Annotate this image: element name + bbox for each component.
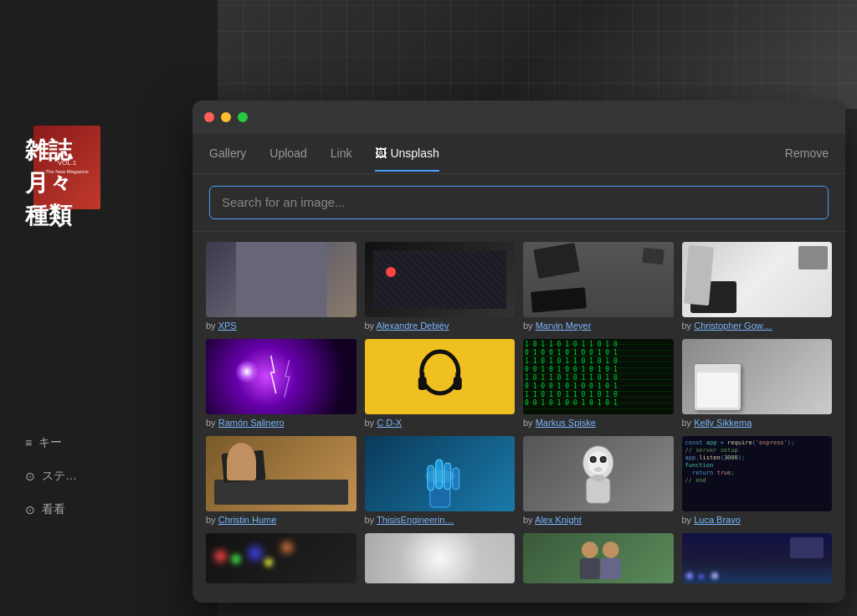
tab-link[interactable]: Link <box>331 135 352 172</box>
svg-point-0 <box>421 352 458 393</box>
search-section <box>192 174 845 232</box>
image-cell-7[interactable]: 1 0 1 1 0 1 0 1 1 0 1 0 0 1 0 0 1 0 1 0 … <box>523 339 674 428</box>
image-cell-6[interactable]: by C D-X <box>365 339 516 428</box>
image-cell-8[interactable]: by Kelly Sikkema <box>682 339 833 428</box>
image-cell-1[interactable]: by XPS <box>206 242 357 331</box>
svg-point-15 <box>592 458 595 461</box>
author-link-6[interactable]: C D-X <box>377 418 402 428</box>
unsplash-icon: 🖼 <box>375 146 387 160</box>
image-thumb-7: 1 0 1 1 0 1 0 1 1 0 1 0 0 1 0 0 1 0 1 0 … <box>523 339 674 414</box>
svg-point-10 <box>424 470 454 483</box>
image-grid: by XPS by Alexandre Debièv by Marvin Mey… <box>192 232 845 603</box>
image-cell-3[interactable]: by Marvin Meyer <box>523 242 674 331</box>
svg-point-19 <box>592 475 605 481</box>
image-thumb-12: const app = require('express'); // serve… <box>682 436 833 511</box>
image-cell-5[interactable]: by Ramón Salinero <box>206 339 357 428</box>
image-caption-10: by ThisisEngineerin… <box>365 515 516 525</box>
author-link-8[interactable]: Kelly Sikkema <box>694 418 752 428</box>
image-caption-4: by Christopher Gow… <box>682 321 833 331</box>
image-thumb-6 <box>365 339 516 414</box>
remove-button[interactable]: Remove <box>785 146 829 160</box>
image-thumb-3 <box>523 242 674 317</box>
image-thumb-5 <box>206 339 357 414</box>
author-link-12[interactable]: Luca Bravo <box>694 515 741 525</box>
image-cell-13[interactable] <box>206 533 357 587</box>
author-link-11[interactable]: Alex Knight <box>535 515 582 525</box>
image-cell-12[interactable]: const app = require('express'); // serve… <box>682 436 833 525</box>
minimize-button[interactable] <box>221 112 231 122</box>
image-thumb-16 <box>682 533 833 583</box>
image-thumb-4 <box>682 242 833 317</box>
image-cell-11[interactable]: by Alex Knight <box>523 436 674 525</box>
image-caption-6: by C D-X <box>365 418 516 428</box>
bg-menu-3: ⊙看看 <box>25 502 65 517</box>
author-link-5[interactable]: Ramón Salinero <box>218 418 285 428</box>
image-thumb-9 <box>206 436 357 511</box>
image-caption-3: by Marvin Meyer <box>523 321 674 331</box>
image-thumb-15 <box>523 533 674 583</box>
author-link-9[interactable]: Christin Hume <box>218 515 277 525</box>
dialog-content: Gallery Upload Link 🖼Unsplash Remove <box>192 134 845 603</box>
svg-point-16 <box>602 458 605 461</box>
image-cell-4[interactable]: by Christopher Gow… <box>682 242 833 331</box>
bg-sidebar <box>0 0 218 616</box>
image-thumb-11 <box>523 436 674 511</box>
image-cell-10[interactable]: by ThisisEngineerin… <box>365 436 516 525</box>
author-link-3[interactable]: Marvin Meyer <box>536 321 592 331</box>
close-button[interactable] <box>204 112 214 122</box>
image-caption-11: by Alex Knight <box>523 515 674 525</box>
titlebar <box>192 100 845 134</box>
bg-menu-1: ≡キー <box>25 435 62 450</box>
image-thumb-14 <box>365 533 516 583</box>
image-thumb-1 <box>206 242 357 317</box>
search-input[interactable] <box>209 186 829 219</box>
author-link-2[interactable]: Alexandre Debièv <box>377 321 449 331</box>
author-link-1[interactable]: XPS <box>218 321 237 331</box>
tabs-bar: Gallery Upload Link 🖼Unsplash Remove <box>192 134 845 174</box>
image-thumb-10 <box>365 436 516 511</box>
svg-point-17 <box>594 467 603 472</box>
image-caption-2: by Alexandre Debièv <box>365 321 516 331</box>
tabs-left: Gallery Upload Link 🖼Unsplash <box>209 135 439 172</box>
image-cell-14[interactable] <box>365 533 516 587</box>
tab-upload[interactable]: Upload <box>269 135 306 172</box>
image-caption-8: by Kelly Sikkema <box>682 418 833 428</box>
svg-rect-23 <box>601 558 621 579</box>
bg-text: 雑誌 月々 種類 <box>25 134 72 233</box>
image-caption-9: by Christin Hume <box>206 515 357 525</box>
author-link-7[interactable]: Markus Spiske <box>536 418 596 428</box>
tab-gallery[interactable]: Gallery <box>209 135 246 172</box>
svg-rect-18 <box>587 478 610 503</box>
svg-point-22 <box>603 542 619 558</box>
maximize-button[interactable] <box>238 112 248 122</box>
author-link-10[interactable]: ThisisEngineerin… <box>377 515 454 525</box>
image-caption-12: by Luca Bravo <box>682 515 833 525</box>
image-caption-1: by XPS <box>206 321 357 331</box>
image-caption-7: by Markus Spiske <box>523 418 674 428</box>
author-link-4[interactable]: Christopher Gow… <box>694 321 772 331</box>
image-thumb-8 <box>682 339 833 414</box>
image-thumb-2 <box>365 242 516 317</box>
image-cell-2[interactable]: by Alexandre Debièv <box>365 242 516 331</box>
tab-unsplash[interactable]: 🖼Unsplash <box>375 135 439 172</box>
image-cell-15[interactable] <box>523 533 674 587</box>
image-cell-9[interactable]: by Christin Hume <box>206 436 357 525</box>
bg-menu-2: ⊙ステ… <box>25 469 77 484</box>
unsplash-dialog: Gallery Upload Link 🖼Unsplash Remove <box>192 100 845 603</box>
image-caption-5: by Ramón Salinero <box>206 418 357 428</box>
svg-point-20 <box>582 542 598 558</box>
svg-rect-21 <box>580 558 600 579</box>
image-cell-16[interactable] <box>682 533 833 587</box>
bg-header-image <box>218 0 857 109</box>
image-thumb-13 <box>206 533 357 583</box>
